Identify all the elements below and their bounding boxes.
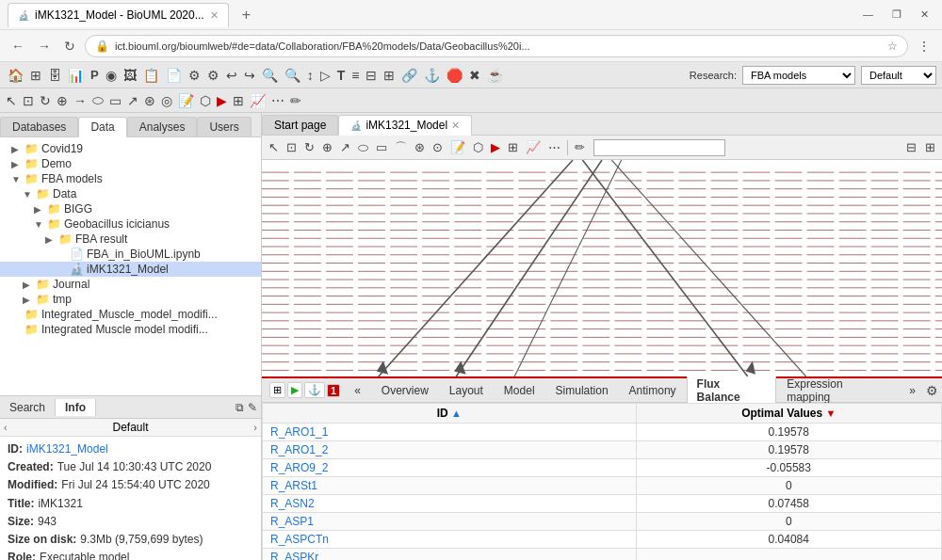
table-row[interactable]: R_ASPCTn 0.04084 bbox=[263, 531, 942, 549]
col-header-id[interactable]: ID ▲ bbox=[263, 404, 637, 424]
edit-icon[interactable]: ✎ bbox=[248, 401, 257, 414]
diag-sidebar-btn1[interactable]: ⊟ bbox=[903, 139, 919, 155]
tool-zoom2[interactable]: 🔍 bbox=[283, 67, 302, 84]
tool-home[interactable]: 🏠 bbox=[6, 67, 25, 84]
bookmark-icon[interactable]: ☆ bbox=[887, 40, 898, 53]
table-row[interactable]: R_ARSt1 0 bbox=[263, 477, 942, 495]
tool-cancel[interactable]: ✖ bbox=[467, 67, 482, 84]
tab-data[interactable]: Data bbox=[78, 117, 126, 137]
row-id-6[interactable]: R_ASP1 bbox=[263, 513, 637, 531]
table-row[interactable]: R_ARO1_2 0.19578 bbox=[263, 441, 942, 459]
row-id-2[interactable]: R_ARO1_2 bbox=[263, 441, 637, 459]
tool-redo[interactable]: ↪ bbox=[242, 67, 257, 84]
tool2-link[interactable]: ↗ bbox=[125, 92, 140, 109]
diag-cursor[interactable]: ↖ bbox=[266, 139, 282, 155]
tool-anchor[interactable]: ⚓ bbox=[422, 67, 442, 84]
tree-item-geobacillus[interactable]: ▼ 📁 Geobacillus icicianus bbox=[0, 216, 261, 232]
tab-close-button[interactable]: ✕ bbox=[210, 9, 219, 22]
tool2-select[interactable]: ⊡ bbox=[21, 92, 36, 109]
tool-gear2[interactable]: ⚙ bbox=[205, 67, 221, 84]
tab-search[interactable]: Search bbox=[0, 399, 56, 416]
tool2-shape[interactable]: ⬡ bbox=[198, 92, 213, 109]
tree-item-data[interactable]: ▼ 📁 Data bbox=[0, 186, 261, 201]
copy-icon[interactable]: ⧉ bbox=[236, 401, 244, 414]
tool2-bio[interactable]: ⊛ bbox=[142, 92, 157, 109]
bottom-grid-icon[interactable]: ⊞ bbox=[269, 382, 285, 398]
diag-node[interactable]: ⊕ bbox=[319, 139, 335, 155]
diag-btab-nav-next[interactable]: » bbox=[899, 381, 926, 400]
diag-table2[interactable]: ⊞ bbox=[505, 139, 521, 155]
forward-button[interactable]: → bbox=[34, 37, 55, 56]
diag-btab-simulation[interactable]: Simulation bbox=[545, 381, 619, 400]
tool-doc2[interactable]: 📄 bbox=[164, 67, 184, 84]
table-row[interactable]: R_ASPKr bbox=[263, 549, 942, 561]
table-row[interactable]: R_ASP1 0 bbox=[263, 513, 942, 531]
win-close-button[interactable]: ✕ bbox=[915, 7, 934, 23]
tool-doc[interactable]: 📋 bbox=[141, 67, 161, 84]
tool2-node[interactable]: ⊕ bbox=[55, 92, 70, 109]
editor-tab-model[interactable]: 🔬 iMK1321_Model ✕ bbox=[338, 115, 472, 136]
info-right-arrow[interactable]: › bbox=[253, 422, 257, 433]
bottom-play-icon[interactable]: ▶ bbox=[287, 382, 302, 398]
tool2-oval[interactable]: ⬭ bbox=[90, 91, 106, 109]
tool-bars[interactable]: ≡ bbox=[349, 67, 361, 84]
tree-item-bigg[interactable]: ▶ 📁 BIGG bbox=[0, 201, 261, 216]
tool2-circle[interactable]: ◎ bbox=[159, 92, 174, 109]
tool2-edge[interactable]: → bbox=[72, 92, 89, 109]
tool2-pen[interactable]: ✏ bbox=[288, 92, 303, 109]
tool2-play[interactable]: ▶ bbox=[215, 92, 229, 109]
menu-button[interactable]: ⋮ bbox=[914, 37, 934, 56]
tree-item-covid19[interactable]: ▶ 📁 Covid19 bbox=[0, 141, 261, 156]
new-tab-button[interactable]: + bbox=[236, 7, 256, 24]
diag-btab-layout[interactable]: Layout bbox=[439, 381, 494, 400]
diag-btab-nav-prev[interactable]: « bbox=[344, 381, 371, 400]
diag-bio2[interactable]: ⊛ bbox=[412, 139, 428, 155]
tool-undo[interactable]: ↩ bbox=[224, 67, 239, 84]
diag-sidebar-btn2[interactable]: ⊞ bbox=[922, 139, 938, 155]
row-id-7[interactable]: R_ASPCTn bbox=[263, 531, 637, 549]
diag-note2[interactable]: 📝 bbox=[447, 139, 468, 155]
tab-users[interactable]: Users bbox=[197, 117, 251, 136]
row-id-4[interactable]: R_ARSt1 bbox=[263, 477, 637, 495]
bottom-gear-icon[interactable]: ⚙ bbox=[926, 383, 938, 398]
diag-arrow[interactable]: ↗ bbox=[337, 139, 353, 155]
tool-zoom[interactable]: 🔍 bbox=[260, 67, 280, 84]
diagram-canvas[interactable] bbox=[262, 160, 942, 376]
flux-table-container[interactable]: ID ▲ Optimal Values ▼ bbox=[262, 403, 942, 560]
tool2-arrow[interactable]: ↖ bbox=[4, 92, 19, 109]
tool2-chart[interactable]: 📈 bbox=[248, 92, 268, 109]
row-id-8[interactable]: R_ASPKr bbox=[263, 549, 637, 561]
diag-btab-expression[interactable]: Expression mapping bbox=[776, 375, 899, 407]
tab-analyses[interactable]: Analyses bbox=[127, 117, 198, 136]
info-id-value[interactable]: iMK1321_Model bbox=[26, 440, 108, 458]
col-header-optimal[interactable]: Optimal Values ▼ bbox=[636, 404, 941, 424]
tree-item-fba-models[interactable]: ▼ 📁 FBA models bbox=[0, 171, 261, 186]
tool2-note[interactable]: 📝 bbox=[176, 92, 196, 109]
browser-tab[interactable]: 🔬 iMK1321_Model - BioUML 2020... ✕ bbox=[8, 3, 229, 27]
diag-oval2[interactable]: ⬭ bbox=[355, 139, 371, 156]
win-minimize-button[interactable]: — bbox=[857, 7, 879, 23]
tab-info[interactable]: Info bbox=[56, 399, 96, 416]
tool-arrows[interactable]: ↕ bbox=[305, 67, 316, 84]
tree-item-tmp[interactable]: ▶ 📁 tmp bbox=[0, 292, 261, 307]
diag-rect2[interactable]: ▭ bbox=[373, 139, 390, 155]
diag-btab-overview[interactable]: Overview bbox=[371, 381, 439, 400]
tool-letter-t[interactable]: T bbox=[335, 67, 348, 84]
table-row[interactable]: R_ARO9_2 -0.05583 bbox=[263, 459, 942, 477]
tool-chart[interactable]: 📊 bbox=[66, 67, 86, 84]
tree-item-integrated2[interactable]: 📁 Integrated Muscle model modifi... bbox=[0, 322, 261, 337]
address-bar[interactable]: 🔒 ict.biouml.org/bioumlweb/#de=data/Coll… bbox=[85, 35, 908, 57]
diag-btab-model[interactable]: Model bbox=[494, 381, 545, 400]
default-dropdown[interactable]: Default bbox=[861, 66, 936, 85]
back-button[interactable]: ← bbox=[8, 37, 28, 56]
diag-sub[interactable]: ⊙ bbox=[430, 139, 446, 155]
diag-play2[interactable]: ▶ bbox=[488, 139, 503, 155]
tree-item-notebook[interactable]: 📄 FBA_in_BioUML.ipynb bbox=[0, 247, 261, 262]
diag-more[interactable]: ⋯ bbox=[545, 139, 563, 155]
research-dropdown[interactable]: FBA models bbox=[742, 66, 855, 85]
row-id-3[interactable]: R_ARO9_2 bbox=[263, 459, 637, 477]
editor-tab-startpage[interactable]: Start page bbox=[262, 115, 338, 135]
diagram-search-input[interactable] bbox=[593, 139, 725, 156]
tool-link[interactable]: 🔗 bbox=[399, 67, 419, 84]
diag-chart2[interactable]: 📈 bbox=[523, 139, 544, 155]
